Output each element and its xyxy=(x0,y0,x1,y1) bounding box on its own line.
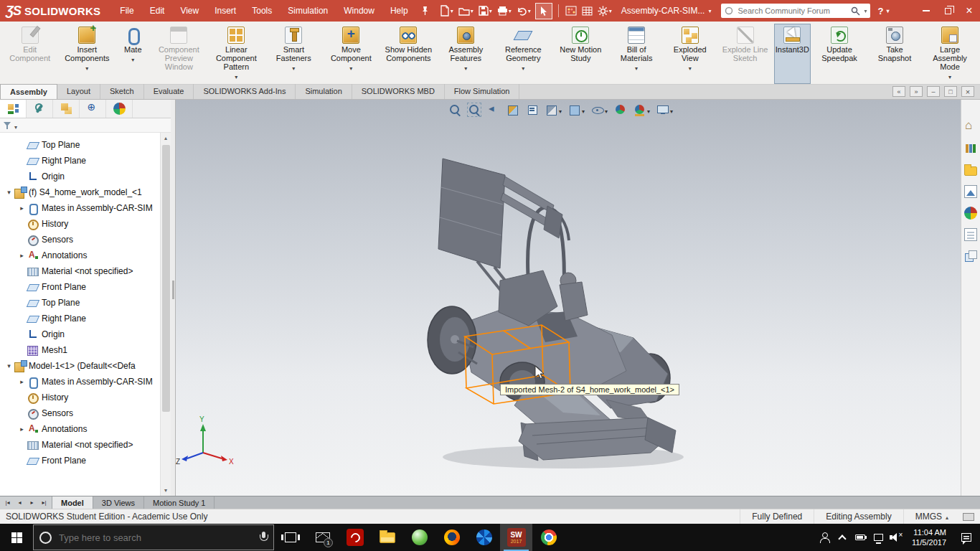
expand-arrow-icon[interactable] xyxy=(17,425,27,433)
community-search-box[interactable]: ▾ xyxy=(721,4,870,18)
task-pane-button[interactable] xyxy=(963,227,979,242)
tree-item[interactable]: (f) S4_home_work_model_<1 xyxy=(0,184,160,200)
menu-item[interactable]: Help xyxy=(382,0,416,22)
dropdown-arrow-icon[interactable]: ▾ xyxy=(471,8,473,14)
undo-button[interactable]: ▾ xyxy=(514,2,533,19)
start-button[interactable] xyxy=(0,524,33,551)
dropdown-arrow-icon[interactable] xyxy=(131,55,134,63)
menu-item[interactable]: Window xyxy=(336,0,382,22)
tree-item[interactable]: Sensors xyxy=(0,405,160,421)
filter-funnel-icon[interactable] xyxy=(4,121,12,130)
model-tab[interactable]: Model xyxy=(52,496,93,509)
ribbon-button[interactable]: Instant3D xyxy=(774,24,811,84)
hud-button[interactable] xyxy=(468,103,481,116)
tree-item[interactable]: Origin xyxy=(0,169,160,184)
hud-button[interactable] xyxy=(526,103,539,116)
model-tab[interactable]: 3D Views xyxy=(93,496,144,509)
scrollbar-thumb[interactable] xyxy=(162,145,170,412)
ribbon-button[interactable]: Linear Component Pattern xyxy=(207,24,265,84)
units-selector[interactable]: MMGS xyxy=(903,509,960,524)
hud-button[interactable] xyxy=(448,103,461,116)
dropdown-arrow-icon[interactable] xyxy=(14,119,17,132)
new-document-button[interactable]: ▾ xyxy=(438,2,456,19)
menu-item[interactable]: File xyxy=(112,0,141,22)
dropdown-arrow-icon[interactable]: ▾ xyxy=(451,8,453,14)
graphics-viewport[interactable]: Imported Mesh-2 of S4_home_work_model_<1… xyxy=(176,100,980,496)
close-pane-icon[interactable] xyxy=(961,86,974,97)
document-title[interactable]: Assembly-CAR-SIM... ▾ xyxy=(621,6,712,16)
dropdown-arrow-icon[interactable]: ▾ xyxy=(886,8,889,14)
dropdown-arrow-icon[interactable]: ▾ xyxy=(864,8,867,14)
cortana-icon[interactable] xyxy=(39,532,52,544)
expand-arrow-icon[interactable] xyxy=(17,252,27,259)
task-view-button[interactable] xyxy=(274,524,306,551)
dropdown-arrow-icon[interactable] xyxy=(522,64,524,72)
task-pane-button[interactable] xyxy=(963,163,979,177)
design-table-icon[interactable] xyxy=(580,2,595,19)
menu-item[interactable]: Simulation xyxy=(280,0,336,22)
command-tab[interactable]: Flow Simulation xyxy=(445,84,520,99)
ribbon-button[interactable]: Show Hidden Components xyxy=(380,24,437,84)
dropdown-arrow-icon[interactable]: ▾ xyxy=(708,8,711,14)
print-button[interactable]: ▾ xyxy=(495,2,514,19)
command-tab[interactable]: Layout xyxy=(57,84,100,99)
hud-button[interactable] xyxy=(614,103,627,116)
expand-arrow-icon[interactable] xyxy=(17,204,27,212)
tree-item[interactable]: Sensors xyxy=(0,232,160,248)
dropdown-arrow-icon[interactable] xyxy=(670,103,673,116)
hud-button[interactable] xyxy=(591,103,608,116)
tree-item[interactable]: Origin xyxy=(0,326,160,342)
select-tool-button[interactable] xyxy=(535,3,552,19)
model-tab[interactable]: Motion Study 1 xyxy=(144,496,215,509)
tree-item[interactable]: Annotations xyxy=(0,421,160,437)
tree-item[interactable]: Right Plane xyxy=(0,153,160,169)
close-button[interactable] xyxy=(958,0,980,22)
menu-item[interactable]: Tools xyxy=(244,0,280,22)
tree-item[interactable]: Annotations xyxy=(0,248,160,263)
expand-arrow-icon[interactable] xyxy=(17,378,27,385)
dropdown-arrow-icon[interactable] xyxy=(946,512,948,522)
manager-tab[interactable] xyxy=(0,100,27,118)
dropdown-arrow-icon[interactable] xyxy=(605,103,608,116)
hud-button[interactable] xyxy=(633,103,650,116)
dropdown-arrow-icon[interactable]: ▾ xyxy=(509,8,512,14)
dropdown-arrow-icon[interactable] xyxy=(349,64,352,72)
ribbon-button[interactable]: Component Preview Window xyxy=(150,24,207,84)
task-pane-button[interactable] xyxy=(963,184,979,199)
pin-toolbar-icon[interactable] xyxy=(420,6,429,16)
tree-item[interactable]: Mates in Assembly-CAR-SIM xyxy=(0,374,160,390)
volume-button[interactable] xyxy=(887,524,905,551)
microphone-icon[interactable] xyxy=(259,532,268,543)
ribbon-button[interactable]: Assembly Features xyxy=(437,24,494,84)
help-button[interactable]: ? ▾ xyxy=(877,6,889,17)
restore-button[interactable] xyxy=(937,0,958,22)
tree-item[interactable]: Front Plane xyxy=(0,279,160,295)
dropdown-arrow-icon[interactable] xyxy=(689,64,692,72)
menu-item[interactable]: Insert xyxy=(207,0,244,22)
minimize-button[interactable] xyxy=(915,0,937,22)
ribbon-button[interactable]: Edit Component xyxy=(1,24,58,84)
hud-button[interactable] xyxy=(656,103,673,116)
3d-model-canvas[interactable] xyxy=(176,100,980,496)
last-tab-icon[interactable] xyxy=(39,499,50,506)
task-pane-button[interactable] xyxy=(963,249,979,263)
tree-filter-row[interactable] xyxy=(0,118,171,133)
tree-item[interactable]: Top Plane xyxy=(0,295,160,311)
tree-item[interactable]: Mates in Assembly-CAR-SIM xyxy=(0,200,160,216)
save-button[interactable]: ▾ xyxy=(476,2,494,19)
taskbar-app[interactable] xyxy=(468,524,500,551)
taskbar-app[interactable]: 1 xyxy=(306,524,339,551)
ribbon-button[interactable]: New Motion Study xyxy=(552,24,609,84)
command-tab[interactable]: Simulation xyxy=(296,84,352,99)
dropdown-arrow-icon[interactable]: ▾ xyxy=(528,8,531,14)
float-pane-icon[interactable] xyxy=(944,86,957,97)
tree-item[interactable]: History xyxy=(0,216,160,232)
taskbar-app[interactable] xyxy=(339,524,371,551)
toolbox-abacus-icon[interactable] xyxy=(563,2,579,19)
options-gear-icon[interactable]: ▾ xyxy=(595,2,614,19)
ribbon-button[interactable]: Smart Fasteners xyxy=(265,24,322,84)
search-icon[interactable] xyxy=(851,6,860,16)
dropdown-arrow-icon[interactable] xyxy=(582,103,585,116)
task-pane-button[interactable] xyxy=(963,141,979,156)
manager-tab[interactable] xyxy=(53,100,80,118)
